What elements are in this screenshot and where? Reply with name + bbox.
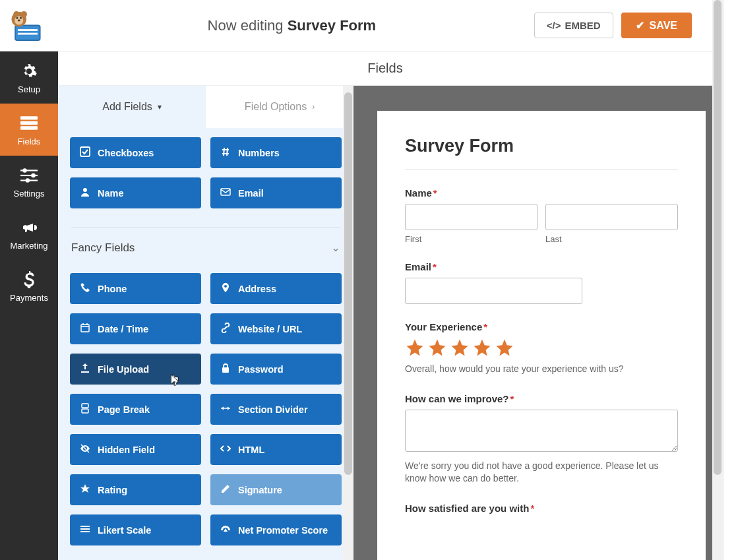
form-title: Survey Form <box>405 136 678 156</box>
last-sublabel: Last <box>545 234 678 244</box>
field-label: Net Promoter Score <box>238 525 328 536</box>
improve-textarea[interactable] <box>405 410 678 452</box>
star-icon[interactable] <box>472 338 492 358</box>
panel-header: Fields <box>58 51 712 86</box>
first-name-input[interactable] <box>405 204 537 230</box>
star-icon[interactable] <box>450 338 470 358</box>
svg-point-18 <box>26 178 30 183</box>
field-hidden-field[interactable]: Hidden Field <box>70 434 201 465</box>
rating-stars[interactable] <box>405 338 678 358</box>
star-icon[interactable] <box>427 338 447 358</box>
chevron-down-icon: ⌄ <box>331 241 340 255</box>
field-password[interactable]: Password <box>210 354 342 385</box>
svg-rect-26 <box>80 526 90 527</box>
email-input[interactable] <box>405 278 582 304</box>
pin-icon <box>220 282 231 295</box>
svg-rect-27 <box>80 528 90 530</box>
pencil-icon <box>220 483 231 496</box>
bullhorn-icon <box>3 218 55 237</box>
nav-settings[interactable]: Settings <box>0 156 58 208</box>
svg-rect-28 <box>80 531 90 532</box>
field-address[interactable]: Address <box>210 273 342 304</box>
field-label: File Upload <box>98 364 149 375</box>
tab-add-fields[interactable]: Add Fields▾ <box>58 86 206 128</box>
tab-field-options[interactable]: Field Options› <box>206 86 353 128</box>
phone-icon <box>79 282 91 295</box>
list-icon <box>3 114 55 133</box>
code-icon: </> <box>547 20 561 31</box>
field-label: Page Break <box>98 404 150 415</box>
field-name[interactable]: Name <box>70 177 201 208</box>
field-website-url[interactable]: Website / URL <box>210 313 342 344</box>
svg-rect-11 <box>20 121 38 125</box>
field-label: Checkboxes <box>98 148 154 158</box>
field-email[interactable]: Email <box>210 177 342 208</box>
field-file-upload[interactable]: File Upload <box>70 354 201 385</box>
svg-rect-22 <box>81 325 89 332</box>
field-label: Name <box>98 188 124 199</box>
field-label: Numbers <box>238 148 280 158</box>
embed-button[interactable]: </> EMBED <box>534 13 613 38</box>
field-page-break[interactable]: Page Break <box>70 394 201 425</box>
gear-icon <box>3 62 55 80</box>
form-preview: Survey Form Name* First Last Email* Your… <box>377 111 706 560</box>
field-label: Address <box>238 284 276 294</box>
svg-rect-23 <box>222 367 229 373</box>
user-icon <box>79 187 91 199</box>
field-html[interactable]: HTML <box>210 434 342 465</box>
improve-label: How can we improve?* <box>405 393 678 404</box>
svg-point-8 <box>20 17 22 19</box>
page-icon <box>79 403 91 416</box>
field-net-promoter-score[interactable]: Net Promoter Score <box>210 514 342 545</box>
field-label: Password <box>238 364 284 375</box>
svg-rect-2 <box>18 33 38 35</box>
field-label: Website / URL <box>238 324 302 334</box>
upload-icon <box>79 363 91 375</box>
field-label: Hidden Field <box>98 445 155 455</box>
experience-help: Overall, how would you rate your experie… <box>405 363 678 376</box>
page-scrollbar[interactable] <box>712 0 723 560</box>
nav-marketing[interactable]: Marketing <box>0 208 58 260</box>
field-signature[interactable]: Signature <box>210 474 342 505</box>
field-numbers[interactable]: Numbers <box>210 137 342 168</box>
divider-icon <box>220 403 231 416</box>
star-icon <box>79 483 91 496</box>
nav-setup[interactable]: Setup <box>0 51 58 104</box>
mail-icon <box>220 187 231 199</box>
field-label: HTML <box>238 445 264 455</box>
email-label: Email* <box>405 261 678 272</box>
hash-icon <box>220 146 231 159</box>
chevron-down-icon: ▾ <box>158 102 162 111</box>
page-title: Now editing Survey Form <box>49 17 534 34</box>
field-likert-scale[interactable]: Likert Scale <box>70 514 201 545</box>
last-name-input[interactable] <box>545 204 678 230</box>
eye-icon <box>79 443 91 456</box>
link-icon <box>220 323 231 335</box>
name-label: Name* <box>405 187 678 199</box>
svg-rect-10 <box>20 116 38 119</box>
mouse-cursor <box>168 373 179 390</box>
field-label: Date / Time <box>98 324 148 334</box>
svg-rect-1 <box>18 29 38 31</box>
svg-point-5 <box>21 11 27 17</box>
svg-rect-12 <box>20 126 38 129</box>
svg-rect-25 <box>82 409 88 413</box>
field-date-time[interactable]: Date / Time <box>70 313 201 344</box>
field-label: Signature <box>238 485 282 495</box>
field-rating[interactable]: Rating <box>70 474 201 505</box>
star-icon[interactable] <box>405 338 425 358</box>
save-button[interactable]: ✔ SAVE <box>621 13 692 38</box>
svg-point-17 <box>31 173 36 178</box>
fancy-fields-heading[interactable]: Fancy Fields ⌄ <box>71 227 340 264</box>
nav-fields[interactable]: Fields <box>0 104 58 156</box>
svg-point-16 <box>22 168 27 172</box>
nav-payments[interactable]: Payments <box>0 260 58 312</box>
cal-icon <box>79 323 91 335</box>
field-section-divider[interactable]: Section Divider <box>210 394 342 425</box>
svg-point-9 <box>18 20 20 22</box>
star-icon[interactable] <box>495 338 514 358</box>
dollar-icon <box>3 270 55 289</box>
panel-scrollbar[interactable] <box>343 86 353 560</box>
field-checkboxes[interactable]: Checkboxes <box>70 137 201 168</box>
field-phone[interactable]: Phone <box>70 273 201 304</box>
